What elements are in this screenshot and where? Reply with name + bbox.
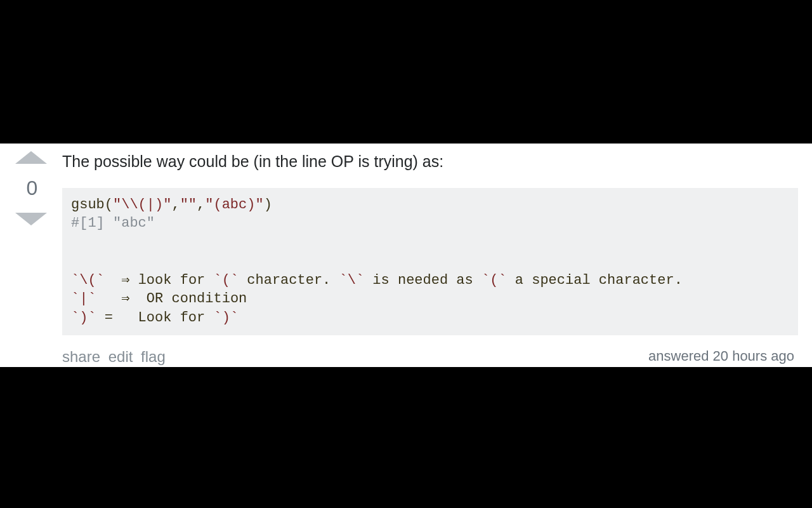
answer-actions-row: share edit flag answered 20 hours ago	[62, 348, 798, 366]
code-comment: #[1] "abc"	[71, 215, 155, 231]
code-backtick: `|`	[71, 291, 96, 307]
code-string: "(abc)"	[205, 197, 263, 213]
code-backtick: `)`	[71, 310, 96, 326]
code-backtick: `\(`	[71, 272, 105, 288]
upvote-icon[interactable]	[15, 151, 47, 164]
code-text: is needed as	[364, 272, 481, 288]
code-backtick: `)`	[213, 310, 239, 326]
edit-link[interactable]: edit	[108, 348, 133, 365]
code-backtick: `\`	[339, 272, 365, 288]
code-text: )	[264, 197, 272, 213]
code-text: gsub(	[71, 197, 113, 213]
downvote-icon[interactable]	[15, 213, 47, 225]
answered-timestamp: answered 20 hours ago	[648, 348, 794, 364]
vote-column: 0	[0, 144, 62, 367]
code-string: "\\(|)"	[113, 197, 171, 213]
answer-content: The possible way could be (in the line O…	[62, 144, 812, 367]
code-text: ⇒ OR condition	[96, 291, 247, 307]
code-text: a special character.	[507, 272, 683, 288]
code-text: = Look for	[96, 310, 214, 326]
code-block: gsub("\\(|)","","(abc)") #[1] "abc" `\(`…	[62, 188, 798, 335]
flag-link[interactable]: flag	[141, 348, 166, 365]
code-text: ,	[197, 197, 205, 213]
code-text: ,	[171, 197, 180, 213]
vote-count: 0	[25, 165, 38, 211]
code-text: character.	[239, 272, 339, 288]
code-text: ⇒ look for	[105, 272, 214, 288]
code-string: ""	[180, 197, 197, 213]
action-links: share edit flag	[62, 348, 169, 366]
code-backtick: `(`	[481, 272, 507, 288]
code-backtick: `(`	[213, 272, 239, 288]
answer-card: 0 The possible way could be (in the line…	[0, 144, 812, 367]
share-link[interactable]: share	[62, 348, 100, 365]
answer-intro-text: The possible way could be (in the line O…	[62, 151, 798, 173]
